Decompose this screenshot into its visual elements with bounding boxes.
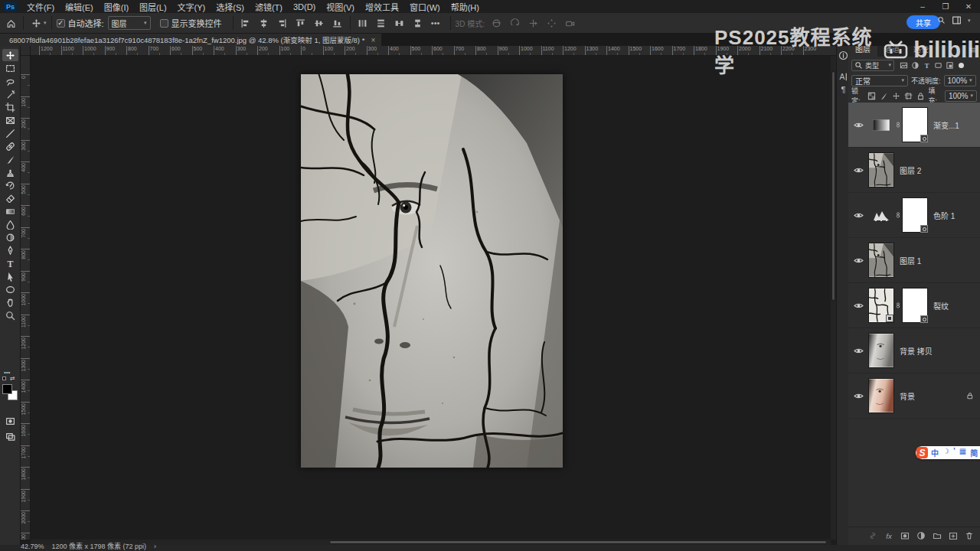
fx-icon[interactable]: fx — [884, 531, 893, 540]
menu-item-3D[interactable]: 3D(D) — [288, 0, 321, 13]
type-filter-icon[interactable]: T — [922, 61, 932, 70]
zoom-level-field[interactable]: 42.79% — [21, 543, 44, 550]
layer-row[interactable]: 渐变...1 — [848, 103, 980, 148]
menu-item-文件[interactable]: 文件(F) — [21, 0, 60, 13]
ime-icon[interactable]: 中 — [931, 447, 939, 458]
more-options-icon[interactable]: ••• — [426, 15, 446, 31]
lasso-tool[interactable] — [2, 75, 18, 87]
layer-visibility-icon[interactable] — [848, 346, 868, 356]
move-tool[interactable] — [2, 49, 18, 61]
blur-tool[interactable] — [2, 218, 18, 230]
menu-item-滤镜[interactable]: 滤镜(T) — [250, 0, 288, 13]
zoom-tool[interactable] — [2, 309, 18, 321]
ime-icon[interactable]: ’ — [953, 447, 956, 458]
crop-tool[interactable] — [2, 101, 18, 113]
quick-mask-icon[interactable] — [2, 415, 18, 427]
3d-slide-icon[interactable] — [544, 15, 560, 31]
layer-name[interactable]: 背景 拷贝 — [900, 345, 933, 357]
type-tool[interactable]: T — [2, 257, 18, 269]
character-panel-icon[interactable]: A — [837, 70, 849, 83]
mask-link-icon[interactable] — [894, 212, 902, 218]
lock-transparent-icon[interactable] — [867, 92, 876, 100]
layer-row[interactable]: 裂纹 — [848, 283, 980, 328]
screen-mode-icon[interactable] — [2, 430, 18, 442]
frame-tool[interactable] — [2, 114, 18, 126]
paragraph-panel-icon[interactable]: ¶ — [837, 83, 849, 95]
magic-wand-tool[interactable] — [2, 88, 18, 100]
info-icon[interactable] — [837, 49, 849, 61]
minimize-button[interactable]: – — [911, 0, 934, 13]
auto-select-checkbox[interactable]: ✓ — [57, 19, 65, 28]
document-tab[interactable]: 68007f8dfa46901b28fefae1a3126f7c910c4878… — [0, 34, 381, 46]
layer-row[interactable]: 背景 — [848, 373, 980, 419]
move-tool-icon[interactable] — [28, 15, 44, 31]
layer-filter-type-dropdown[interactable]: 类型 ▾ — [851, 60, 894, 71]
vertical-scrollbar[interactable] — [831, 56, 836, 540]
distribute-2-icon[interactable] — [374, 15, 389, 31]
layer-mask-thumbnail[interactable] — [902, 288, 928, 323]
clone-stamp-tool[interactable] — [2, 166, 18, 178]
menu-item-图像[interactable]: 图像(I) — [99, 0, 134, 13]
document-image[interactable] — [301, 74, 563, 468]
lock-position-icon[interactable] — [892, 92, 900, 100]
hand-tool[interactable] — [2, 296, 18, 308]
ruler-origin-corner[interactable] — [21, 46, 31, 56]
eyedropper-tool[interactable] — [2, 127, 18, 139]
adjustment-icon[interactable] — [868, 197, 894, 233]
layer-visibility-icon[interactable] — [848, 120, 868, 130]
fill-field[interactable]: 100%▾ — [945, 90, 977, 102]
layer-name[interactable]: 裂纹 — [933, 300, 949, 311]
mask-link-icon[interactable] — [894, 302, 902, 308]
align-top-icon[interactable] — [293, 15, 309, 31]
status-chevron-icon[interactable]: › — [154, 543, 156, 550]
align-bottom-icon[interactable] — [330, 15, 345, 31]
workspace-switcher-icon[interactable] — [952, 15, 962, 25]
ime-icon[interactable]: ▦ — [959, 447, 966, 458]
shape-filter-icon[interactable] — [933, 61, 943, 70]
blend-mode-dropdown[interactable]: 正常▾ — [851, 75, 908, 86]
lock-pixels-icon[interactable] — [880, 92, 888, 100]
layer-thumbnail[interactable] — [868, 378, 894, 413]
distribute-4-icon[interactable] — [410, 15, 426, 31]
input-method-bar[interactable]: S 中☽’▦简✦ — [916, 446, 980, 459]
home-icon[interactable] — [3, 15, 18, 31]
layer-mask-thumbnail[interactable] — [902, 107, 928, 142]
close-tab-icon[interactable]: × — [371, 36, 375, 44]
new-layer-icon[interactable] — [949, 531, 958, 540]
path-select-tool[interactable] — [2, 270, 18, 282]
layer-row[interactable]: 图层 1 — [848, 238, 980, 283]
healing-brush-tool[interactable] — [2, 140, 18, 152]
align-right-icon[interactable] — [275, 15, 290, 31]
layer-visibility-icon[interactable] — [848, 210, 868, 220]
eraser-tool[interactable] — [2, 192, 18, 204]
layer-mask-thumbnail[interactable] — [902, 197, 928, 233]
adjustment-layer-icon[interactable] — [916, 531, 926, 540]
lock-artboard-icon[interactable] — [904, 92, 913, 100]
brush-tool[interactable] — [2, 153, 18, 165]
layer-name[interactable]: 图层 2 — [900, 165, 921, 176]
show-transform-checkbox[interactable] — [160, 19, 168, 28]
new-group-icon[interactable] — [933, 531, 942, 540]
layer-visibility-icon[interactable] — [848, 256, 868, 266]
3d-pan-icon[interactable] — [526, 15, 541, 31]
sogou-logo-icon[interactable]: S — [916, 447, 928, 458]
lock-all-icon[interactable] — [916, 92, 925, 100]
ime-icon[interactable]: ☽ — [942, 447, 949, 458]
align-left-icon[interactable] — [238, 15, 253, 31]
adjustment-icon[interactable] — [868, 107, 894, 142]
distribute-1-icon[interactable] — [355, 15, 371, 31]
layer-name[interactable]: 图层 1 — [900, 255, 921, 266]
history-brush-tool[interactable] — [2, 179, 18, 191]
filter-toggle-icon[interactable] — [959, 63, 964, 68]
opacity-field[interactable]: 100%▾ — [944, 75, 976, 86]
menu-item-窗口[interactable]: 窗口(W) — [404, 0, 446, 13]
menu-item-图层[interactable]: 图层(L) — [134, 0, 172, 13]
pen-tool[interactable] — [2, 244, 18, 256]
panel-menu-icon[interactable] — [969, 46, 977, 57]
auto-select-target-dropdown[interactable]: 图层▾ — [108, 16, 151, 30]
ime-icon[interactable]: 简 — [970, 447, 978, 458]
menu-item-选择[interactable]: 选择(S) — [211, 0, 250, 13]
layer-thumbnail[interactable] — [868, 333, 894, 368]
menu-item-编辑[interactable]: 编辑(E) — [60, 0, 99, 13]
3d-roll-icon[interactable] — [508, 15, 523, 31]
